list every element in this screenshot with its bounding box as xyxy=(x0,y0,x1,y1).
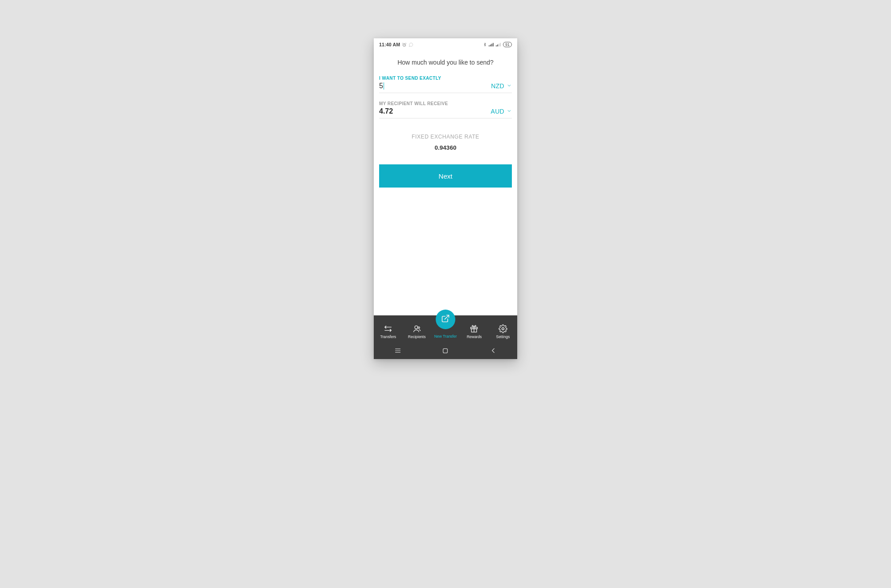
next-button[interactable]: Next xyxy=(379,164,512,188)
chevron-down-icon xyxy=(507,82,512,90)
page-title: How much would you like to send? xyxy=(379,59,512,66)
exchange-rate-label: FIXED EXCHANGE RATE xyxy=(379,134,512,140)
status-time: 11:40 AM xyxy=(379,42,400,47)
status-right: 91 xyxy=(483,42,512,47)
nav-recipients[interactable]: Recipients xyxy=(402,323,431,339)
phone-frame: 11:40 AM xyxy=(374,38,517,359)
send-amount-input[interactable]: 5 xyxy=(379,82,383,90)
svg-rect-4 xyxy=(493,43,494,46)
recipients-icon xyxy=(413,324,421,333)
receive-currency-selector[interactable]: AUD xyxy=(491,108,512,115)
bluetooth-icon xyxy=(483,42,487,47)
send-field[interactable]: I WANT TO SEND EXACTLY 5 NZD xyxy=(379,76,512,93)
svg-rect-2 xyxy=(490,45,491,46)
send-currency-selector[interactable]: NZD xyxy=(491,82,512,90)
send-currency-code: NZD xyxy=(491,82,504,90)
gift-icon xyxy=(470,324,478,333)
bottom-nav: Transfers Recipients New Transfer xyxy=(374,315,517,342)
receive-label: MY RECIPIENT WILL RECEIVE xyxy=(379,101,512,106)
sys-home-button[interactable] xyxy=(432,348,459,354)
svg-rect-6 xyxy=(497,45,498,46)
svg-rect-5 xyxy=(496,45,497,46)
nav-rewards[interactable]: Rewards xyxy=(460,323,488,339)
svg-point-9 xyxy=(415,326,418,329)
signal-icon xyxy=(489,42,494,47)
battery-indicator: 91 xyxy=(503,42,512,47)
nav-transfers-label: Transfers xyxy=(380,335,396,339)
svg-rect-14 xyxy=(443,348,448,353)
nav-recipients-label: Recipients xyxy=(408,335,426,339)
nav-new-transfer-label: New Transfer xyxy=(434,334,457,339)
chat-icon xyxy=(409,42,413,47)
main-content: How much would you like to send? I WANT … xyxy=(374,51,517,315)
nav-settings[interactable]: Settings xyxy=(489,323,517,339)
signal-secondary-icon xyxy=(496,42,501,47)
status-left: 11:40 AM xyxy=(379,42,413,47)
nav-settings-label: Settings xyxy=(496,335,510,339)
system-nav-bar xyxy=(374,342,517,359)
svg-rect-8 xyxy=(500,43,501,46)
receive-amount: 4.72 xyxy=(379,107,393,115)
external-link-icon xyxy=(441,314,450,325)
chevron-down-icon xyxy=(507,108,512,115)
nav-new-transfer[interactable]: New Transfer xyxy=(431,323,460,339)
svg-rect-7 xyxy=(499,44,499,46)
send-label: I WANT TO SEND EXACTLY xyxy=(379,76,512,81)
exchange-rate-block: FIXED EXCHANGE RATE 0.94360 xyxy=(379,134,512,151)
nav-transfers[interactable]: Transfers xyxy=(374,323,402,339)
receive-field[interactable]: MY RECIPIENT WILL RECEIVE 4.72 AUD xyxy=(379,101,512,118)
sys-recent-button[interactable] xyxy=(384,348,411,353)
new-transfer-fab[interactable] xyxy=(436,310,455,329)
svg-rect-1 xyxy=(489,45,490,46)
receive-currency-code: AUD xyxy=(491,108,504,115)
exchange-rate-value: 0.94360 xyxy=(379,144,512,151)
status-bar: 11:40 AM xyxy=(374,38,517,51)
nav-rewards-label: Rewards xyxy=(467,335,482,339)
transfers-icon xyxy=(383,324,393,333)
svg-rect-3 xyxy=(491,44,492,46)
svg-point-13 xyxy=(502,327,504,330)
alarm-icon xyxy=(402,42,407,47)
svg-point-10 xyxy=(418,327,420,328)
send-amount-input-wrapper[interactable]: 5 xyxy=(379,82,384,90)
gear-icon xyxy=(499,324,507,333)
sys-back-button[interactable] xyxy=(480,348,507,353)
